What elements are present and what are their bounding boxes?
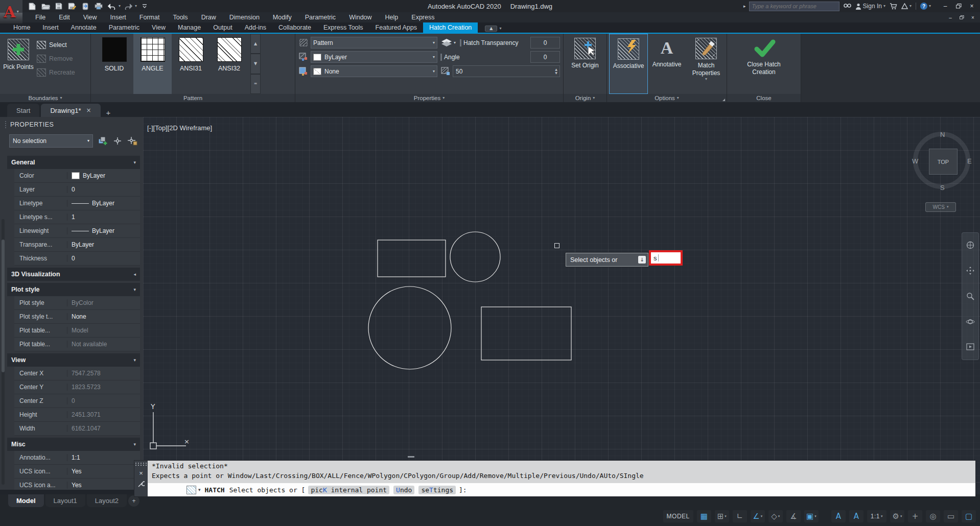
command-input-line[interactable]: ▾ HATCH Select objects or [ picK interna… [148,483,975,496]
application-menu-button[interactable]: A ▾ [0,0,22,23]
new-file-icon[interactable] [27,1,38,11]
toggle-pickadd-icon[interactable] [97,135,108,147]
viewcube-south[interactable]: S [940,184,945,192]
isodraft-caret-icon[interactable]: ▾ [778,515,780,518]
polar-tracking-icon[interactable]: ∠▾ [751,510,765,522]
close-button[interactable]: × [966,2,978,11]
viewcube-top-face[interactable]: TOP [929,149,958,175]
properties-panel-label[interactable]: Properties▾ [295,94,563,102]
property-value[interactable]: Model [67,327,140,334]
background-color-dropdown[interactable]: None▾ [311,65,437,77]
ribbon-tab-annotate[interactable]: Annotate [65,22,103,33]
ribbon-minimize-button[interactable]: ▲ [485,26,497,32]
ribbon-tab-add-ins[interactable]: Add-ins [239,22,272,33]
close-hatch-creation-button[interactable]: Close Hatch Creation [736,34,792,94]
navigation-bar[interactable] [962,232,979,360]
drawing-area[interactable]: [-][Top][2D Wireframe] Y × Select object… [143,117,980,494]
palette-grip-icon[interactable] [5,121,6,128]
gallery-expand-icon[interactable]: ≡ [250,74,261,94]
command-close-icon[interactable]: × [139,469,143,477]
pattern-swatch-ansi32[interactable]: ANSI32 [210,34,248,94]
property-value[interactable]: 1823.5723 [67,384,140,391]
ribbon-tab-output[interactable]: Output [207,22,239,33]
zoom-icon[interactable] [966,292,974,302]
property-value[interactable]: None [67,313,140,320]
recent-commands-icon[interactable] [186,486,196,494]
hatch-angle-value[interactable]: 0 [530,51,560,63]
property-value[interactable]: 1 [67,213,140,221]
menu-help[interactable]: Help [379,12,405,22]
section-header-view[interactable]: View▾ [7,353,140,367]
annotation-scale-button-caret-icon[interactable]: ▾ [881,515,883,518]
isodraft-icon[interactable]: ◇▾ [768,510,783,522]
undo-caret-icon[interactable]: ▾ [119,4,121,8]
viewcube-west[interactable]: W [912,157,918,165]
menu-format[interactable]: Format [133,12,167,22]
palette-header[interactable]: PROPERTIES [0,117,143,132]
property-value[interactable]: 6162.1047 [67,425,140,432]
clean-screen-icon[interactable]: ▢ [962,510,976,522]
doc-minimize-button[interactable]: – [945,13,955,21]
osnap-tracking-icon[interactable]: ∡ [786,510,801,522]
selection-dropdown[interactable]: No selection▾ [9,134,93,148]
property-value[interactable]: 0 [67,255,140,262]
ribbon-tab-view[interactable]: View [146,22,172,33]
file-tab-close-icon[interactable]: × [86,107,91,113]
section-header-plot-style[interactable]: Plot style▾ [7,283,140,296]
grid-display-icon[interactable]: ▦ [697,510,711,522]
customization-gear-icon[interactable]: ⚙▾ [890,510,904,522]
property-value[interactable]: Yes [67,482,140,489]
doc-close-button[interactable]: × [968,13,978,21]
file-tab-drawing1[interactable]: Drawing1*× [41,104,100,117]
graphics-performance-icon[interactable]: ◎ [926,510,940,522]
help-button[interactable]: ? ▾ [920,3,931,10]
ribbon-tab-manage[interactable]: Manage [172,22,207,33]
property-value[interactable]: ByLayer [67,200,140,207]
drawing-shape-circle[interactable] [450,232,500,282]
property-value[interactable]: 0 [67,397,140,404]
menu-dimension[interactable]: Dimension [223,12,266,22]
menu-express[interactable]: Express [405,12,441,22]
pick-points-button[interactable]: Pick Points [0,34,37,94]
pattern-swatch-ansi31[interactable]: ANSI31 [172,34,210,94]
open-folder-icon[interactable] [40,1,51,11]
redo-icon[interactable] [123,1,134,11]
redo-caret-icon[interactable]: ▾ [135,4,137,8]
hatch-type-dropdown[interactable]: Pattern▾ [311,37,437,49]
command-grip-icon[interactable] [135,463,147,466]
options-dialog-launcher-icon[interactable] [722,99,725,101]
snap-mode-caret-icon[interactable]: ▾ [725,515,727,518]
layout-tab-layout1[interactable]: Layout1 [45,494,85,507]
hatch-scale-field[interactable]: 50 ▲▼ [453,65,560,77]
origin-panel-label[interactable]: Origin▾ [564,94,606,102]
showmotion-icon[interactable] [966,343,974,352]
new-layout-button[interactable]: + [128,495,139,507]
menu-window[interactable]: Window [342,12,378,22]
property-value[interactable]: ByLayer [67,241,140,248]
pattern-gallery-scrollbar[interactable]: ▲ ▼ ≡ [250,34,261,94]
menu-draw[interactable]: Draw [195,12,223,22]
menu-edit[interactable]: Edit [52,12,77,22]
help-search-input[interactable] [749,2,839,11]
command-window-drag-handle[interactable] [408,456,414,458]
pan-icon[interactable] [966,267,974,276]
open-from-web-icon[interactable] [80,1,91,11]
customization-gear-caret-icon[interactable]: ▾ [900,515,902,518]
command-option[interactable]: picK internal point [308,486,389,494]
sign-in-button[interactable]: Sign In ▾ [855,3,885,10]
ribbon-tab-insert[interactable]: Insert [36,22,64,33]
autodesk-app-icon[interactable]: ▾ [901,3,912,9]
doc-restore-button[interactable] [956,13,967,21]
section-header-general[interactable]: General▾ [7,156,140,169]
boundaries-panel-label[interactable]: Boundaries▾ [0,94,90,102]
menu-modify[interactable]: Modify [266,12,298,22]
property-value[interactable]: 2451.3071 [67,411,140,418]
wcs-dropdown[interactable]: WCS▾ [925,202,956,212]
ribbon-tab-featured-apps[interactable]: Featured Apps [369,22,423,33]
associative-toggle[interactable]: Associative [609,34,648,94]
layout-tab-model[interactable]: Model [8,494,44,507]
section-header-3d-visualization[interactable]: 3D Visualization◂ [7,268,140,281]
ribbon-minimize-caret-icon[interactable]: ▾ [499,27,501,31]
ribbon-tab-express-tools[interactable]: Express Tools [317,22,369,33]
quick-select-icon[interactable] [127,135,138,147]
